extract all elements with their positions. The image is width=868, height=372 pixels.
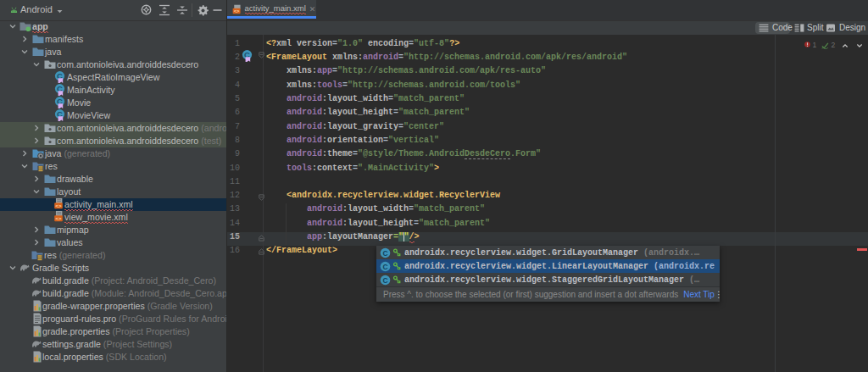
svg-text:<>: <> bbox=[55, 216, 62, 222]
svg-text:<>: <> bbox=[55, 203, 62, 209]
svg-text:C: C bbox=[382, 248, 387, 257]
svg-text:<>: <> bbox=[233, 8, 239, 14]
svg-text:C: C bbox=[382, 262, 387, 270]
svg-text:C: C bbox=[382, 275, 387, 284]
